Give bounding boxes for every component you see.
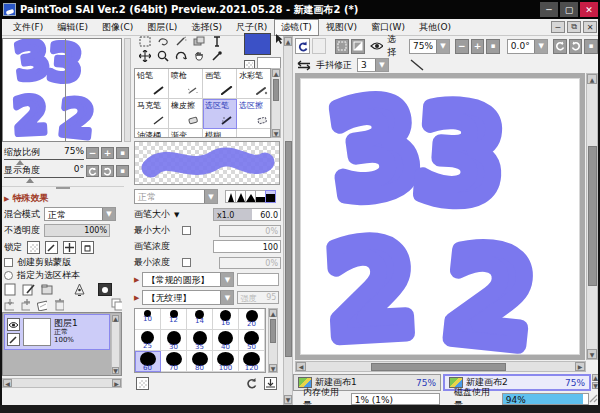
texture-select[interactable]: 【无纹理】 ▼: [142, 290, 234, 305]
title-bar[interactable]: PaintTool SAI Ver.2 (64bit) Preview.2021…: [0, 0, 600, 19]
selection-source-radio[interactable]: [4, 271, 13, 280]
preset-60[interactable]: 60: [135, 351, 161, 372]
panel-divider-scrollbar[interactable]: ▲ ▼: [283, 36, 293, 405]
tool-gradient[interactable]: 渐变: [169, 129, 203, 138]
scroll-down-icon[interactable]: ▼: [112, 367, 119, 374]
hand-tool[interactable]: [190, 49, 208, 62]
canvas-viewport[interactable]: [295, 73, 585, 360]
new-folder-icon[interactable]: [41, 283, 53, 296]
layer-list-hscrollbar[interactable]: ◀ ▶: [2, 378, 122, 388]
divider-handle[interactable]: [56, 187, 70, 189]
clipping-mask-row[interactable]: 创建剪贴蒙版: [4, 256, 71, 269]
preset-25[interactable]: 25: [135, 330, 161, 351]
menu-edit[interactable]: 编辑(E): [50, 19, 95, 36]
layer-list-scrollbar[interactable]: ▲ ▼: [111, 314, 120, 375]
redo-button[interactable]: [312, 38, 327, 54]
delete-layer-icon[interactable]: [54, 298, 64, 311]
chevron-down-icon[interactable]: ▼: [174, 211, 179, 219]
min-size-slider[interactable]: 0%: [219, 225, 281, 237]
preset-35[interactable]: 35: [187, 330, 213, 351]
merge-down-icon[interactable]: [4, 299, 14, 311]
preset-14[interactable]: 14: [187, 309, 213, 330]
lock-pixels-button[interactable]: [45, 241, 58, 254]
text-tool[interactable]: [208, 35, 226, 48]
mask-mode-button[interactable]: [98, 283, 112, 296]
scroll-up-icon[interactable]: ▲: [272, 69, 280, 77]
scrollbar-thumb[interactable]: [588, 146, 597, 286]
chevron-down-icon[interactable]: ▼: [102, 208, 115, 220]
opacity-slider[interactable]: 100%: [44, 224, 110, 237]
scroll-up-icon[interactable]: ▲: [284, 37, 292, 46]
new-layer-icon[interactable]: [4, 283, 16, 296]
menu-file[interactable]: 文件(F): [6, 19, 50, 36]
chevron-down-icon[interactable]: ▼: [436, 40, 449, 53]
tool-brush[interactable]: 画笔: [203, 69, 237, 99]
layer-visibility-toggle[interactable]: [7, 318, 20, 331]
layer-row-1[interactable]: 图层1 正常 100%: [4, 314, 110, 350]
ruler-compass-icon[interactable]: [73, 283, 86, 296]
view-zoom-in-button[interactable]: +: [471, 39, 485, 54]
zoom-reset-button[interactable]: ▪: [116, 147, 129, 159]
view-angle-select[interactable]: 0.0° ▼: [507, 39, 548, 54]
undo-button[interactable]: [295, 38, 310, 54]
scroll-down-icon[interactable]: ▼: [272, 129, 280, 137]
maximize-button[interactable]: ▢: [560, 2, 578, 17]
view-rotate-cw-button[interactable]: [569, 39, 583, 54]
preset-12[interactable]: 12: [161, 309, 187, 330]
preset-80[interactable]: 80: [187, 351, 213, 372]
scroll-down-icon[interactable]: ▼: [269, 364, 277, 372]
brush-shape-select[interactable]: 【常规的圆形】 ▼: [142, 272, 234, 287]
brush-size-slider[interactable]: x1.0 60.0: [213, 208, 281, 221]
flip-arrows-icon[interactable]: [297, 60, 311, 71]
expand-arrow-icon[interactable]: ▶: [134, 294, 139, 302]
rect-select-tool[interactable]: [136, 35, 154, 48]
scroll-right-icon[interactable]: ▶: [575, 362, 585, 371]
deselect-button[interactable]: [335, 39, 349, 54]
scrollbar-thumb[interactable]: [371, 363, 506, 371]
menu-view[interactable]: 视图(V): [319, 19, 364, 36]
min-density-checkbox[interactable]: [182, 258, 191, 267]
chevron-down-icon[interactable]: ▼: [375, 59, 388, 71]
lasso-tool[interactable]: [154, 35, 172, 48]
preset-70[interactable]: 70: [161, 351, 187, 372]
scrollbar-thumb[interactable]: [285, 141, 292, 357]
density-slider[interactable]: 100: [213, 240, 281, 253]
menu-select[interactable]: 选择(S): [184, 19, 229, 36]
view-rotate-ccw-button[interactable]: [553, 39, 567, 54]
blend-mode-select[interactable]: 正常 ▼: [44, 207, 116, 221]
duplicate-layer-icon[interactable]: [111, 298, 122, 311]
stabilizer-select[interactable]: 3 ▼: [357, 58, 389, 72]
scroll-left-icon[interactable]: ◀: [3, 379, 12, 387]
zoom-tool[interactable]: [154, 49, 172, 62]
eyedropper-tool[interactable]: [208, 49, 226, 62]
selection-source-row[interactable]: 指定为选区样本: [4, 269, 80, 282]
scroll-down-icon[interactable]: ▼: [284, 395, 292, 404]
scroll-left-icon[interactable]: ◀: [296, 362, 306, 371]
child-close-button[interactable]: ✕: [583, 21, 597, 33]
tool-watercolor[interactable]: 水彩笔: [237, 69, 271, 99]
preset-menu-button[interactable]: [136, 377, 149, 390]
scrollbar-thumb[interactable]: [273, 79, 279, 101]
view-zoom-out-button[interactable]: −: [455, 39, 469, 54]
menu-layer[interactable]: 图层(L): [140, 19, 184, 36]
preset-10[interactable]: 10: [135, 309, 161, 330]
tip-shape-5[interactable]: [265, 190, 276, 203]
preset-30[interactable]: 30: [161, 330, 187, 351]
line-tool-icon[interactable]: [410, 59, 424, 71]
tool-pencil[interactable]: 铅笔: [135, 69, 169, 99]
navigator-angle-slider[interactable]: [26, 178, 34, 183]
view-zoom-reset-button[interactable]: ▪: [486, 39, 500, 54]
canvas-vscrollbar[interactable]: ▲ ▼: [586, 73, 598, 360]
scroll-up-icon[interactable]: ▲: [112, 315, 119, 322]
save-brush-button[interactable]: [264, 377, 277, 390]
menu-other[interactable]: 其他(O): [412, 19, 458, 36]
tool-blur[interactable]: 模糊: [203, 129, 237, 138]
rotate-view-tool[interactable]: [172, 49, 190, 62]
min-density-slider[interactable]: 0%: [219, 257, 281, 269]
scroll-down-icon[interactable]: ▼: [587, 349, 597, 359]
lock-position-button[interactable]: [63, 241, 76, 254]
add-layer-icon[interactable]: [21, 299, 31, 311]
close-button[interactable]: ✕: [580, 2, 598, 17]
tool-selection-pen[interactable]: 选区笔: [203, 99, 237, 129]
canvas[interactable]: [300, 78, 580, 355]
